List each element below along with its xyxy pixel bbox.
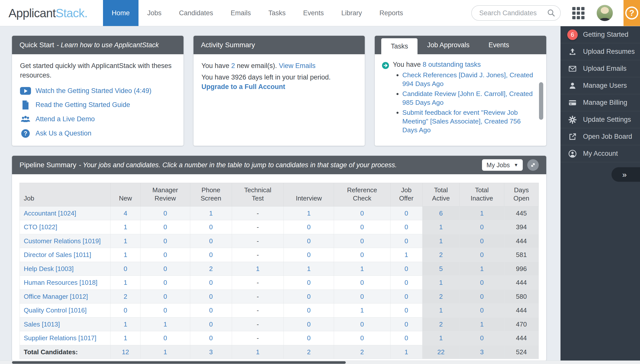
stage-count-link[interactable]: 22 <box>437 348 444 356</box>
stage-count-link[interactable]: 1 <box>439 334 442 342</box>
attend-demo-link[interactable]: Attend a Live Demo <box>20 114 176 124</box>
sidebar-item-manage-billing[interactable]: Manage Billing <box>560 94 640 111</box>
stage-count-link[interactable]: 0 <box>124 265 127 272</box>
watch-video-link[interactable]: Watch the Getting Started Video (4:49) <box>20 86 176 96</box>
stage-count-link[interactable]: 0 <box>404 237 408 245</box>
stage-count-link[interactable]: 0 <box>480 293 484 300</box>
stage-count-link[interactable]: 0 <box>404 265 408 272</box>
stage-count-link[interactable]: 0 <box>124 306 127 314</box>
job-link[interactable]: Customer Relations [1019] <box>24 237 101 245</box>
sidebar-item-getting-started[interactable]: 6 Getting Started <box>560 26 640 43</box>
stage-count-link[interactable]: 2 <box>439 251 442 258</box>
stage-count-link[interactable]: 0 <box>480 251 484 258</box>
horizontal-scrollbar-thumb[interactable] <box>12 361 346 364</box>
ask-question-link[interactable]: ? Ask Us a Question <box>20 129 176 138</box>
job-link[interactable]: Quality Control [1016] <box>24 306 86 314</box>
stage-count-link[interactable]: 0 <box>164 293 167 300</box>
stage-count-link[interactable]: 1 <box>404 251 408 258</box>
stage-count-link[interactable]: 1 <box>480 320 484 328</box>
stage-count-link[interactable]: 0 <box>209 293 212 300</box>
nav-item-reports[interactable]: Reports <box>371 0 412 26</box>
nav-item-candidates[interactable]: Candidates <box>170 0 222 26</box>
stage-count-link[interactable]: 0 <box>404 210 408 217</box>
view-emails-link[interactable]: View Emails <box>279 62 316 70</box>
stage-count-link[interactable]: 0 <box>209 251 212 258</box>
stage-count-link[interactable]: 4 <box>124 210 127 217</box>
sidebar-item-my-account[interactable]: My Account <box>560 145 640 162</box>
stage-count-link[interactable]: 0 <box>164 279 167 286</box>
stage-count-link[interactable]: 0 <box>164 223 167 231</box>
stage-count-link[interactable]: 1 <box>164 320 167 328</box>
stage-count-link[interactable]: 1 <box>439 237 442 245</box>
stage-count-link[interactable]: 1 <box>360 306 364 314</box>
sidebar-item-upload-resumes[interactable]: Upload Resumes <box>560 43 640 60</box>
stage-count-link[interactable]: 0 <box>360 279 364 286</box>
stage-count-link[interactable]: 0 <box>480 237 484 245</box>
stage-count-link[interactable]: 1 <box>256 348 260 356</box>
stage-count-link[interactable]: 1 <box>124 237 127 245</box>
stage-count-link[interactable]: 0 <box>404 320 408 328</box>
nav-item-emails[interactable]: Emails <box>222 0 260 26</box>
outstanding-tasks-link[interactable]: 8 outstanding tasks <box>422 61 481 68</box>
stage-count-link[interactable]: 1 <box>124 320 127 328</box>
nav-item-jobs[interactable]: Jobs <box>138 0 170 26</box>
stage-count-link[interactable]: 3 <box>209 348 212 356</box>
stage-count-link[interactable]: 1 <box>164 348 167 356</box>
stage-count-link[interactable]: 0 <box>164 251 167 258</box>
stage-count-link[interactable]: 1 <box>256 265 260 272</box>
stage-count-link[interactable]: 1 <box>209 210 212 217</box>
stage-count-link[interactable]: 0 <box>164 265 167 272</box>
stage-count-link[interactable]: 0 <box>404 279 408 286</box>
stage-count-link[interactable]: 0 <box>164 210 167 217</box>
stage-count-link[interactable]: 2 <box>439 320 442 328</box>
stage-count-link[interactable]: 2 <box>439 293 442 300</box>
stage-count-link[interactable]: 0 <box>404 223 408 231</box>
stage-count-link[interactable]: 0 <box>360 251 364 258</box>
stage-count-link[interactable]: 0 <box>209 334 212 342</box>
tasks-scrollbar-thumb[interactable] <box>539 82 543 120</box>
stage-count-link[interactable]: 5 <box>439 265 442 272</box>
job-link[interactable]: Accountant [1024] <box>24 210 76 217</box>
stage-count-link[interactable]: 6 <box>439 210 442 217</box>
stage-count-link[interactable]: 0 <box>360 320 364 328</box>
job-link[interactable]: CTO [1022] <box>24 223 57 231</box>
stage-count-link[interactable]: 3 <box>480 348 484 356</box>
app-grid-icon[interactable] <box>572 7 584 19</box>
stage-count-link[interactable]: 0 <box>307 320 310 328</box>
stage-count-link[interactable]: 0 <box>307 279 310 286</box>
stage-count-link[interactable]: 0 <box>209 320 212 328</box>
horizontal-scrollbar[interactable] <box>0 360 640 364</box>
task-link[interactable]: Check References [David J. Jones], Creat… <box>402 71 533 88</box>
stage-count-link[interactable]: 0 <box>360 334 364 342</box>
stage-count-link[interactable]: 2 <box>360 348 364 356</box>
user-avatar[interactable] <box>596 5 613 21</box>
stage-count-link[interactable]: 1 <box>360 265 364 272</box>
stage-count-link[interactable]: 0 <box>209 279 212 286</box>
stage-count-link[interactable]: 1 <box>480 265 484 272</box>
stage-count-link[interactable]: 0 <box>209 223 212 231</box>
stage-count-link[interactable]: 0 <box>404 334 408 342</box>
read-guide-link[interactable]: Read the Getting Started Guide <box>20 100 176 110</box>
expand-panel-button[interactable] <box>527 159 539 171</box>
sidebar-item-update-settings[interactable]: Update Settings <box>560 111 640 128</box>
stage-count-link[interactable]: 1 <box>439 306 442 314</box>
tab-tasks[interactable]: Tasks <box>381 38 418 54</box>
stage-count-link[interactable]: 0 <box>307 306 310 314</box>
jobs-filter-select[interactable]: My Jobs ▼ <box>482 159 523 171</box>
stage-count-link[interactable]: 0 <box>307 251 310 258</box>
stage-count-link[interactable]: 2 <box>124 293 127 300</box>
stage-count-link[interactable]: 0 <box>360 237 364 245</box>
stage-count-link[interactable]: 1 <box>404 348 408 356</box>
stage-count-link[interactable]: 0 <box>360 293 364 300</box>
stage-count-link[interactable]: 0 <box>480 334 484 342</box>
stage-count-link[interactable]: 0 <box>480 279 484 286</box>
tab-job-approvals[interactable]: Job Approvals <box>418 36 479 54</box>
stage-count-link[interactable]: 0 <box>404 293 408 300</box>
stage-count-link[interactable]: 0 <box>480 306 484 314</box>
nav-item-library[interactable]: Library <box>332 0 371 26</box>
stage-count-link[interactable]: 0 <box>307 223 310 231</box>
nav-item-home[interactable]: Home <box>103 0 138 26</box>
job-link[interactable]: Office Manager [1012] <box>24 293 88 300</box>
stage-count-link[interactable]: 2 <box>307 348 310 356</box>
stage-count-link[interactable]: 1 <box>124 251 127 258</box>
